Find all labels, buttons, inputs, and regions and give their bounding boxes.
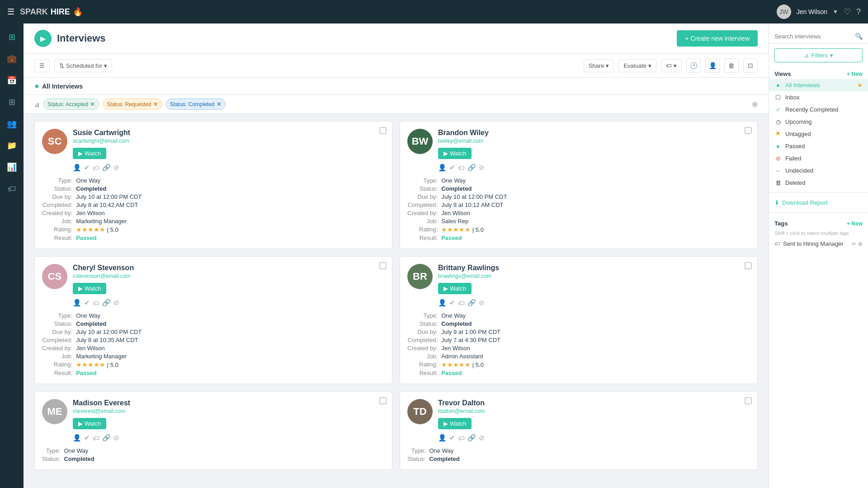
action-check-icon-1[interactable]: ✔ — [449, 164, 455, 172]
action-link-icon-2[interactable]: 🔗 — [102, 299, 111, 307]
search-input[interactable] — [774, 33, 852, 40]
filters-button[interactable]: ⊿ Filters ▾ — [774, 48, 863, 62]
action-person-icon-2[interactable]: 👤 — [73, 299, 81, 307]
candidate-email-5[interactable]: tdalton@email.com — [438, 408, 750, 414]
action-block-icon-3[interactable]: ⊘ — [479, 299, 485, 307]
action-tag-icon-3[interactable]: 🏷 — [458, 299, 465, 307]
nav-monitor-icon[interactable]: ⊞ — [2, 27, 22, 47]
action-check-icon-0[interactable]: ✔ — [84, 164, 90, 172]
action-block-icon-4[interactable]: ⊘ — [113, 434, 119, 442]
hamburger-icon[interactable]: ☰ — [7, 7, 14, 17]
card-checkbox-2[interactable] — [379, 262, 387, 269]
view-passed[interactable]: ● Passed — [769, 140, 868, 152]
evaluate-button[interactable]: Evaluate ▾ — [618, 59, 656, 72]
help-icon[interactable]: ? — [856, 7, 861, 17]
card-checkbox-0[interactable] — [379, 127, 387, 134]
card-checkbox-4[interactable] — [379, 397, 387, 404]
tags-button[interactable]: 🏷 ▾ — [661, 59, 682, 72]
result-val-2: Passed — [76, 370, 385, 376]
filter-accepted-remove[interactable]: ✕ — [90, 101, 95, 108]
action-person-icon-5[interactable]: 👤 — [438, 434, 447, 442]
user-dropdown-icon[interactable]: ▼ — [833, 9, 838, 15]
clock-icon-button[interactable]: 🕐 — [686, 58, 701, 73]
action-link-icon-5[interactable]: 🔗 — [467, 434, 476, 442]
filter-completed-remove[interactable]: ✕ — [217, 101, 222, 108]
list-view-button[interactable]: ☰ — [34, 59, 50, 72]
filter-tag-accepted[interactable]: Status: Accepted ✕ — [43, 99, 99, 110]
action-block-icon-0[interactable]: ⊘ — [113, 164, 119, 172]
candidate-email-2[interactable]: cstevenson@email.com — [73, 273, 385, 279]
watch-button-4[interactable]: ▶ Watch — [73, 418, 106, 429]
action-link-icon-1[interactable]: 🔗 — [467, 164, 476, 172]
create-new-interview-button[interactable]: + Create new interview — [677, 30, 758, 47]
tag-edit-close-icon[interactable]: ⊗ — [858, 241, 863, 247]
view-recently-completed[interactable]: ✓ Recently Completed — [769, 103, 868, 116]
views-new-link[interactable]: + New — [847, 71, 863, 77]
view-undecided[interactable]: – Undecided — [769, 164, 868, 177]
nav-folder-icon[interactable]: 📁 — [2, 136, 22, 155]
watch-button-2[interactable]: ▶ Watch — [73, 283, 106, 294]
action-link-icon-4[interactable]: 🔗 — [102, 434, 111, 442]
action-tag-icon-0[interactable]: 🏷 — [93, 164, 99, 172]
view-deleted[interactable]: 🗑 Deleted — [769, 177, 868, 189]
action-link-icon-0[interactable]: 🔗 — [102, 164, 111, 172]
share-button[interactable]: Share ▾ — [584, 59, 614, 72]
nav-chart-icon[interactable]: 📊 — [2, 157, 22, 177]
action-block-icon-1[interactable]: ⊘ — [479, 164, 485, 172]
action-link-icon-3[interactable]: 🔗 — [467, 299, 476, 307]
filter-clear-all[interactable]: ⊗ — [752, 100, 758, 108]
tags-new-link[interactable]: + New — [847, 221, 863, 227]
watch-button-1[interactable]: ▶ Watch — [438, 148, 472, 159]
action-check-icon-4[interactable]: ✔ — [84, 434, 90, 442]
status-label-1: Status: — [407, 185, 438, 192]
action-tag-icon-2[interactable]: 🏷 — [93, 299, 99, 307]
action-check-icon-3[interactable]: ✔ — [449, 299, 455, 307]
expand-icon-button[interactable]: ⊡ — [743, 58, 758, 73]
view-upcoming[interactable]: ◷ Upcoming — [769, 116, 868, 128]
filter-requested-remove[interactable]: ✕ — [153, 101, 158, 108]
watch-button-3[interactable]: ▶ Watch — [438, 283, 472, 294]
action-person-icon-4[interactable]: 👤 — [73, 434, 81, 442]
avatar[interactable]: JW — [777, 5, 791, 19]
candidate-email-1[interactable]: bwiley@email.com — [438, 138, 750, 144]
nav-calendar-icon[interactable]: 📅 — [2, 70, 22, 90]
card-checkbox-3[interactable] — [745, 262, 752, 269]
tag-edit-pencil-icon[interactable]: ✏ — [852, 241, 856, 247]
nav-briefcase-icon[interactable]: 💼 — [2, 49, 22, 69]
action-tag-icon-1[interactable]: 🏷 — [458, 164, 465, 172]
search-icon[interactable]: 🔍 — [855, 33, 863, 40]
nav-tag-icon[interactable]: 🏷 — [2, 179, 22, 199]
action-person-icon-1[interactable]: 👤 — [438, 164, 447, 172]
download-report-link[interactable]: ⬇ Download Report — [769, 197, 868, 209]
card-checkbox-1[interactable] — [745, 127, 752, 134]
action-check-icon-5[interactable]: ✔ — [449, 434, 455, 442]
trash-icon-button[interactable]: 🗑 — [724, 58, 739, 73]
action-block-icon-2[interactable]: ⊘ — [113, 299, 119, 307]
action-tag-icon-5[interactable]: 🏷 — [458, 434, 465, 442]
person-icon-button[interactable]: 👤 — [705, 58, 720, 73]
view-all-interviews[interactable]: ● All Interviews ★ — [769, 79, 868, 91]
candidate-email-4[interactable]: meverest@email.com — [73, 408, 385, 414]
candidate-email-0[interactable]: scartwright@email.com — [73, 138, 385, 144]
nav-people-icon[interactable]: 👥 — [2, 114, 22, 134]
nav-grid-icon[interactable]: ⊞ — [2, 92, 22, 112]
tags-chevron-icon: ▾ — [674, 62, 677, 69]
filter-tag-completed[interactable]: Status: Completed ✕ — [166, 99, 226, 110]
tag-sent-to-hiring-manager[interactable]: 🏷 Sent to Hiring Manager ✏ ⊗ — [769, 238, 868, 250]
candidate-email-3[interactable]: brawlings@email.com — [438, 273, 750, 279]
view-failed[interactable]: ⊘ Failed — [769, 152, 868, 164]
user-name[interactable]: Jen Wilson — [797, 8, 827, 15]
action-person-icon-0[interactable]: 👤 — [73, 164, 81, 172]
action-tag-icon-4[interactable]: 🏷 — [93, 434, 99, 442]
view-inbox[interactable]: ☐ Inbox — [769, 91, 868, 103]
watch-button-0[interactable]: ▶ Watch — [73, 148, 106, 159]
action-block-icon-5[interactable]: ⊘ — [479, 434, 485, 442]
sort-button[interactable]: ⇅ Scheduled for ▾ — [54, 59, 112, 72]
view-untagged[interactable]: ⚑ Untagged — [769, 128, 868, 140]
card-checkbox-5[interactable] — [745, 397, 752, 404]
action-check-icon-2[interactable]: ✔ — [84, 299, 90, 307]
filter-tag-requested[interactable]: Status: Requested ✕ — [103, 99, 162, 110]
action-person-icon-3[interactable]: 👤 — [438, 299, 447, 307]
watch-button-5[interactable]: ▶ Watch — [438, 418, 472, 429]
heart-icon[interactable]: ♡ — [844, 7, 851, 17]
